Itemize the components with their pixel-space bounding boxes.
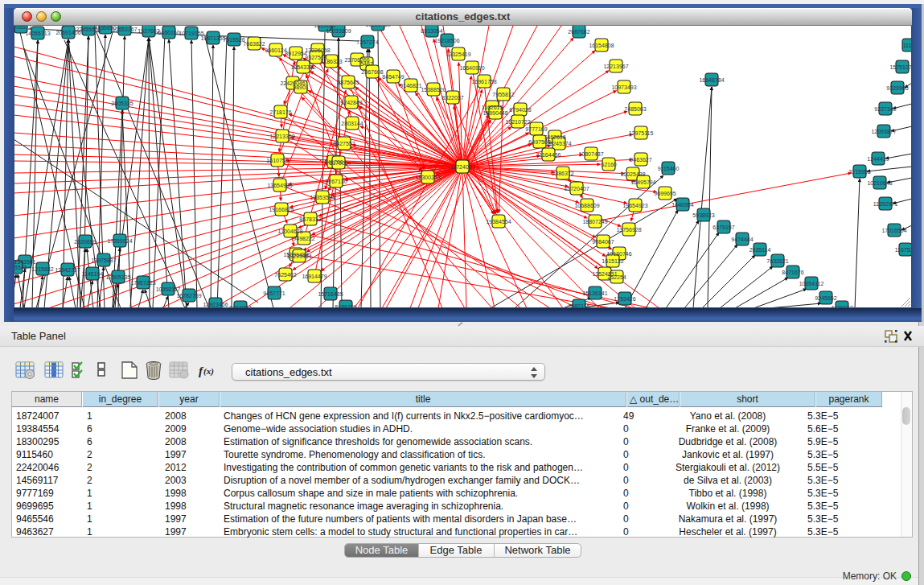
svg-text:10654112: 10654112 (799, 281, 824, 286)
svg-text:8186323: 8186323 (320, 59, 342, 64)
svg-text:9699695: 9699695 (654, 191, 676, 196)
svg-text:18724007: 18724007 (450, 164, 474, 170)
svg-text:7625402: 7625402 (274, 272, 296, 278)
svg-text:1343901: 1343901 (14, 259, 35, 265)
svg-text:12093877: 12093877 (871, 129, 896, 134)
svg-text:9660124: 9660124 (265, 47, 286, 53)
svg-text:10807487: 10807487 (578, 151, 603, 157)
svg-text:13975887: 13975887 (91, 257, 116, 263)
svg-text:1405571: 1405571 (14, 26, 32, 30)
svg-text:2867608: 2867608 (361, 69, 383, 75)
svg-text:19299464: 19299464 (286, 253, 311, 259)
svg-text:10688609: 10688609 (574, 203, 599, 208)
svg-text:9227342: 9227342 (874, 106, 896, 112)
svg-text:3875645: 3875645 (337, 80, 359, 85)
svg-text:13325419: 13325419 (446, 51, 470, 57)
svg-text:14055713: 14055713 (25, 31, 50, 36)
svg-text:15720407: 15720407 (564, 186, 589, 192)
svg-text:7462616: 7462616 (544, 134, 565, 140)
svg-text:62160: 62160 (601, 162, 617, 167)
svg-text:2687682: 2687682 (568, 29, 589, 35)
svg-text:2020659: 2020659 (74, 239, 96, 245)
svg-text:9245652: 9245652 (815, 295, 836, 301)
svg-text:6466160: 6466160 (158, 30, 179, 35)
svg-text:17016504: 17016504 (881, 228, 906, 233)
svg-text:1640954: 1640954 (671, 202, 693, 208)
svg-text:10120746: 10120746 (606, 251, 631, 257)
svg-text:7955812: 7955812 (492, 92, 514, 97)
svg-text:(x): (x) (203, 366, 214, 377)
svg-text:7663822: 7663822 (243, 41, 265, 47)
svg-text:10025438: 10025438 (620, 171, 645, 177)
svg-text:9329966: 9329966 (886, 85, 908, 91)
svg-text:12213967: 12213967 (603, 64, 628, 69)
svg-text:1244419: 1244419 (867, 156, 889, 162)
svg-text:3215958: 3215958 (848, 169, 870, 175)
svg-text:21164436: 21164436 (536, 152, 561, 158)
svg-text:12942737: 12942737 (55, 267, 80, 273)
svg-text:9084067: 9084067 (592, 239, 614, 245)
svg-text:817006: 817006 (329, 160, 347, 166)
svg-text:15388520: 15388520 (421, 87, 446, 93)
svg-text:9498222: 9498222 (293, 236, 314, 241)
svg-text:10671355: 10671355 (200, 35, 225, 41)
svg-text:12213369: 12213369 (269, 134, 294, 139)
svg-text:252254: 252254 (607, 274, 626, 280)
svg-text:9463627: 9463627 (630, 157, 651, 163)
svg-text:12975115: 12975115 (629, 130, 654, 136)
svg-text:16210722: 16210722 (505, 119, 530, 125)
svg-text:9777169: 9777169 (525, 126, 547, 132)
svg-text:5938923: 5938923 (692, 212, 714, 218)
svg-text:18807249: 18807249 (582, 219, 607, 225)
svg-text:10228452: 10228452 (365, 26, 390, 27)
svg-text:16033809: 16033809 (326, 28, 351, 34)
svg-text:17359924: 17359924 (107, 238, 132, 244)
svg-text:16154808: 16154808 (589, 43, 614, 48)
svg-text:12505135: 12505135 (105, 274, 130, 280)
svg-text:8813054: 8813054 (421, 28, 442, 34)
svg-text:13654985: 13654985 (267, 183, 292, 188)
svg-text:19166825: 19166825 (269, 207, 294, 212)
svg-text:8912954: 8912954 (285, 51, 306, 56)
svg-text:10653267: 10653267 (112, 27, 137, 32)
svg-text:98901: 98901 (293, 84, 309, 90)
svg-text:16990448: 16990448 (483, 110, 507, 116)
svg-text:15136141: 15136141 (582, 290, 607, 296)
svg-text:15751074: 15751074 (889, 64, 912, 70)
svg-text:6379197: 6379197 (713, 225, 734, 230)
svg-text:10958117: 10958117 (156, 286, 181, 292)
svg-text:10210643: 10210643 (867, 180, 892, 186)
svg-text:19218506: 19218506 (434, 38, 459, 43)
svg-text:10245374: 10245374 (546, 141, 571, 146)
svg-text:13226058: 13226058 (305, 47, 330, 53)
svg-text:16648784: 16648784 (699, 77, 724, 83)
svg-text:16782759: 16782759 (176, 293, 201, 299)
svg-text:2718176: 2718176 (269, 109, 291, 115)
svg-text:9457771: 9457771 (263, 290, 285, 296)
svg-text:19384554: 19384554 (486, 219, 511, 225)
svg-text:2605335: 2605335 (111, 101, 133, 106)
svg-text:15716485: 15716485 (318, 291, 343, 297)
svg-text:10973493: 10973493 (611, 84, 636, 90)
svg-text:13353594: 13353594 (310, 195, 335, 200)
svg-text:1615132: 1615132 (602, 258, 623, 264)
svg-text:1162615: 1162615 (482, 105, 503, 110)
svg-text:5467: 5467 (360, 61, 373, 67)
svg-text:1112: 1112 (903, 43, 912, 48)
svg-text:1610755: 1610755 (266, 158, 288, 163)
svg-text:16495794: 16495794 (630, 179, 655, 185)
svg-text:7515526: 7515526 (223, 37, 244, 43)
svg-text:18300273: 18300273 (415, 175, 440, 180)
svg-text:12923466: 12923466 (203, 302, 228, 307)
svg-text:7357274: 7357274 (356, 39, 378, 45)
svg-text:11692971: 11692971 (873, 201, 898, 207)
svg-text:2803144: 2803144 (341, 121, 363, 126)
svg-text:16961758: 16961758 (471, 79, 496, 84)
svg-text:17004678: 17004678 (277, 229, 302, 234)
svg-text:1215682: 1215682 (31, 266, 53, 272)
svg-text:6794028: 6794028 (509, 107, 531, 113)
svg-text:1753426: 1753426 (614, 296, 635, 302)
svg-text:19654923: 19654923 (622, 203, 647, 208)
svg-text:7485063: 7485063 (624, 106, 646, 112)
svg-text:1527602: 1527602 (138, 28, 159, 34)
